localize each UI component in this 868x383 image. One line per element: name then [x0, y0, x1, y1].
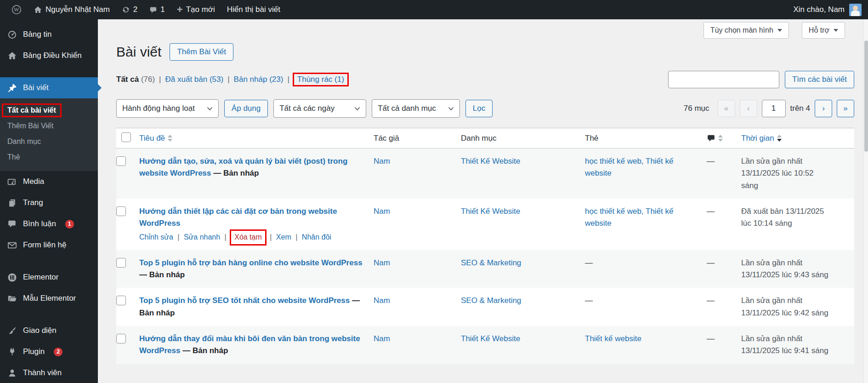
sidebar-item-media[interactable]: Media: [0, 171, 98, 192]
apply-button[interactable]: Áp dụng: [224, 100, 268, 117]
sidebar-item-tags[interactable]: Thẻ: [0, 149, 98, 165]
sidebar-item-elementor-templates[interactable]: Mẫu Elementor: [0, 288, 98, 309]
author-link[interactable]: Nam: [374, 296, 390, 305]
sidebar-item-add-post[interactable]: Thêm Bài Viết: [0, 118, 98, 134]
filter-separator: |: [283, 75, 293, 84]
author-link[interactable]: Nam: [374, 334, 390, 343]
category-link[interactable]: Thiết Kế Website: [461, 334, 520, 343]
date-value: 13/11/2025 lúc 9:41 sáng: [741, 346, 828, 355]
row-checkbox[interactable]: [116, 206, 126, 216]
search-box: Tìm các bài viết: [668, 71, 854, 88]
post-title-link[interactable]: Hướng dẫn thiết lập các cài đặt cơ bản t…: [139, 207, 337, 228]
category-link[interactable]: SEO & Marketing: [461, 296, 521, 305]
sidebar-item-users[interactable]: Thành viên: [0, 362, 98, 383]
row-checkbox[interactable]: [116, 334, 126, 343]
edit-action[interactable]: Chỉnh sửa: [139, 233, 173, 241]
home-icon: [34, 6, 42, 14]
author-link[interactable]: Nam: [374, 207, 390, 216]
author-link[interactable]: Nam: [374, 258, 390, 267]
main-content: Tùy chọn màn hình Hỗ trợ Bài viết Thêm B…: [98, 19, 863, 383]
row-checkbox[interactable]: [116, 156, 126, 166]
sidebar-item-control-panel[interactable]: Bảng Điều Khiển: [0, 45, 98, 66]
column-date[interactable]: Thời gian: [741, 134, 854, 143]
plus-icon: +: [177, 6, 183, 14]
wordpress-logo-icon[interactable]: W: [6, 0, 28, 19]
screen-options-button[interactable]: Tùy chọn màn hình: [703, 22, 789, 39]
post-title-link[interactable]: Top 5 plugin hỗ trợ bán hàng online cho …: [139, 258, 363, 267]
tags-link[interactable]: học thiết kế web, Thiết kế website: [585, 207, 673, 228]
filter-separator: |: [223, 75, 233, 84]
post-title-link[interactable]: Top 5 plugin hỗ trợ SEO tốt nhất cho web…: [139, 296, 350, 305]
table-row: Top 5 plugin hỗ trợ bán hàng online cho …: [116, 250, 854, 288]
filter-published-count: (53): [210, 75, 223, 84]
column-title[interactable]: Tiêu đề: [139, 134, 374, 143]
sidebar-item-appearance[interactable]: Giao diện: [0, 320, 98, 341]
help-button[interactable]: Hỗ trợ: [802, 22, 845, 39]
new-content-label: Tạo mới: [186, 5, 215, 14]
post-comments-cell: —: [707, 199, 741, 250]
updates-count: 2: [133, 5, 137, 14]
category-link[interactable]: Thiết Kế Website: [461, 157, 520, 166]
search-input[interactable]: [668, 71, 779, 88]
sidebar-item-plugins[interactable]: Plugin 2: [0, 341, 98, 362]
tags-link[interactable]: học thiết kế web, Thiết kế website: [585, 157, 673, 177]
user-greeting[interactable]: Xin chào, Nam: [794, 5, 845, 14]
search-posts-button[interactable]: Tìm các bài viết: [785, 71, 854, 88]
sidebar-item-all-posts[interactable]: Tất cả bài viết: [0, 103, 98, 118]
sidebar-item-contact-form[interactable]: Form liên hệ: [0, 234, 98, 256]
filter-draft[interactable]: Bản nháp (23): [234, 75, 284, 84]
total-pages-label: trên 4: [790, 104, 810, 113]
next-page-button[interactable]: ›: [815, 100, 832, 117]
view-posts-link[interactable]: Hiển thị bài viết: [221, 0, 286, 19]
scrollbar-thumb[interactable]: [864, 40, 868, 152]
author-link[interactable]: Nam: [374, 157, 390, 166]
pin-icon: [7, 83, 17, 93]
duplicate-action[interactable]: Nhân đôi: [302, 233, 331, 241]
current-page-input[interactable]: [762, 100, 786, 117]
sidebar-item-posts[interactable]: Bài viết: [0, 77, 98, 98]
post-state: — Bản nháp: [180, 346, 228, 355]
sidebar-item-comments[interactable]: Bình luận 1: [0, 213, 98, 234]
site-menu[interactable]: Nguyễn Nhật Nam: [28, 0, 116, 19]
row-checkbox[interactable]: [116, 258, 126, 268]
sidebar-item-categories[interactable]: Danh mục: [0, 134, 98, 149]
category-filter-select[interactable]: Tất cả danh mục: [372, 99, 460, 118]
table-header: Tiêu đề Tác giả Danh mục Thẻ Thời gian: [116, 128, 854, 149]
action-separator: |: [267, 233, 274, 241]
select-all-checkbox[interactable]: [121, 132, 131, 142]
sidebar-item-pages[interactable]: Trang: [0, 192, 98, 213]
tags-link[interactable]: Thiết kế website: [585, 334, 641, 343]
sidebar-item-elementor[interactable]: Elementor: [0, 267, 98, 288]
quick-edit-action[interactable]: Sửa nhanh: [184, 233, 220, 241]
comments-menu[interactable]: 1: [143, 0, 170, 19]
updates-menu[interactable]: 2: [116, 0, 143, 19]
filter-published[interactable]: Đã xuất bản (53): [165, 75, 224, 84]
sidebar-label-elementor: Elementor: [23, 273, 58, 282]
category-link[interactable]: Thiết Kế Website: [461, 207, 520, 216]
scrollbar[interactable]: [863, 19, 868, 383]
filter-trash[interactable]: Thùng rác (1): [297, 75, 344, 84]
filter-all[interactable]: Tất cả (76): [116, 75, 155, 84]
bulk-actions-select[interactable]: Hành động hàng loạt: [116, 99, 219, 118]
category-link[interactable]: SEO & Marketing: [461, 258, 521, 267]
post-category-cell: Thiết Kế Website: [461, 199, 585, 250]
table-row: Top 5 plugin hỗ trợ SEO tốt nhất cho web…: [116, 288, 854, 326]
row-checkbox[interactable]: [116, 296, 126, 305]
new-content-menu[interactable]: + Tạo mới: [171, 0, 221, 19]
avatar[interactable]: [849, 4, 862, 16]
admin-bar-right: Xin chào, Nam: [794, 0, 868, 19]
post-title-link[interactable]: Hướng dẫn thay đổi màu khi bôi đen văn b…: [139, 334, 360, 355]
add-new-post-button[interactable]: Thêm Bài Viết: [170, 43, 233, 61]
sidebar-label-elementor-templates: Mẫu Elementor: [23, 294, 76, 303]
wordpress-logo-icon: W: [11, 5, 22, 15]
view-action[interactable]: Xem: [276, 233, 291, 241]
sidebar-item-dashboard[interactable]: Bảng tin: [0, 24, 98, 45]
column-category-label: Danh mục: [461, 134, 496, 143]
updates-icon: [122, 6, 130, 14]
column-comments[interactable]: [707, 134, 741, 143]
svg-text:W: W: [14, 6, 19, 13]
filter-button[interactable]: Lọc: [465, 100, 493, 117]
dates-filter-select[interactable]: Tất cả các ngày: [273, 99, 366, 118]
trash-action[interactable]: Xóa tạm: [234, 233, 262, 241]
last-page-button[interactable]: »: [837, 100, 854, 117]
